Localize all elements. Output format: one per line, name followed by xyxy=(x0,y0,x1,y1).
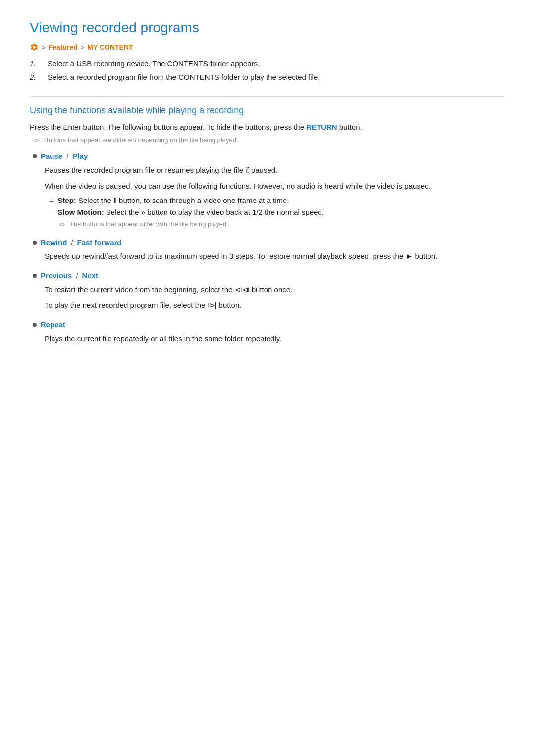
section-title: Using the functions available while play… xyxy=(30,96,505,116)
list-item-rewind-ff: Rewind / Fast forward Speeds up rewind/f… xyxy=(30,238,505,262)
repeat-header: Repeat xyxy=(30,320,505,329)
step-2-num: 2. xyxy=(30,73,42,81)
sub-note-text: The buttons that appear differ with the … xyxy=(70,220,228,228)
pause-play-desc1: Pauses the recorded program file or resu… xyxy=(45,164,505,176)
breadcrumb-mycontent[interactable]: MY CONTENT xyxy=(87,43,133,51)
sub-item-step-content: Step: Select the Ⅱ button, to scan throu… xyxy=(57,196,289,205)
play-link: Play xyxy=(72,152,88,160)
bullet-dot2 xyxy=(33,241,37,245)
rewind-link: Rewind xyxy=(41,238,67,247)
pause-link: Pause xyxy=(41,152,62,160)
step-2: 2. Select a recorded program file from t… xyxy=(30,73,505,81)
breadcrumb-featured[interactable]: Featured xyxy=(49,43,78,51)
step-text: Select the Ⅱ button, to scan through a v… xyxy=(78,196,289,204)
previous-desc: To restart the current video from the be… xyxy=(45,284,505,296)
pencil-icon: ✏ xyxy=(34,136,40,145)
dash1: – xyxy=(50,196,54,204)
sub-note-pause-play: ✏ The buttons that appear differ with th… xyxy=(59,220,505,229)
bullet-list: Pause / Play Pauses the recorded program… xyxy=(30,152,505,345)
slowmotion-text: Select the » button to play the video ba… xyxy=(106,208,324,216)
pause-play-header: Pause / Play xyxy=(30,152,505,160)
list-item-pause-play: Pause / Play Pauses the recorded program… xyxy=(30,152,505,229)
step-1-text: Select a USB recording device. The CONTE… xyxy=(48,59,260,68)
bullet-dot xyxy=(33,154,37,158)
dash2: – xyxy=(50,208,54,216)
list-item-prev-next: Previous / Next To restart the current v… xyxy=(30,271,505,311)
breadcrumb: > Featured > MY CONTENT xyxy=(30,43,505,51)
slowmotion-label: Slow Motion: xyxy=(57,208,104,216)
pause-play-sublist: – Step: Select the Ⅱ button, to scan thr… xyxy=(50,196,505,216)
rewind-ff-sep: / xyxy=(71,238,73,247)
note1: ✏ Buttons that appear are different depe… xyxy=(34,136,505,145)
prev-next-sep: / xyxy=(76,271,78,280)
bullet-dot3 xyxy=(33,274,37,278)
step-1: 1. Select a USB recording device. The CO… xyxy=(30,59,505,68)
sub-item-slowmotion: – Slow Motion: Select the » button to pl… xyxy=(50,208,505,216)
page-title: Viewing recorded programs xyxy=(30,20,505,36)
next-link: Next xyxy=(82,271,99,280)
previous-link: Previous xyxy=(41,271,72,280)
repeat-link: Repeat xyxy=(41,320,65,329)
steps-list: 1. Select a USB recording device. The CO… xyxy=(30,59,505,81)
step-2-text: Select a recorded program file from the … xyxy=(48,73,320,81)
next-desc: To play the next recorded program file, … xyxy=(45,300,505,311)
pencil-icon2: ✏ xyxy=(59,220,66,229)
return-highlight: RETURN xyxy=(306,123,337,131)
rewind-ff-header: Rewind / Fast forward xyxy=(30,238,505,247)
step-label: Step: xyxy=(57,196,76,204)
press-enter-before: Press the Enter button. The following bu… xyxy=(30,123,306,131)
note1-text: Buttons that appear are different depend… xyxy=(44,136,238,144)
sub-item-step: – Step: Select the Ⅱ button, to scan thr… xyxy=(50,196,505,205)
pause-play-sep: / xyxy=(66,152,68,160)
pause-play-desc2: When the video is paused, you can use th… xyxy=(45,180,505,192)
breadcrumb-chevron2: > xyxy=(81,44,85,51)
rewind-ff-desc: Speeds up rewind/fast forward to its max… xyxy=(45,251,505,262)
press-enter-text: Press the Enter button. The following bu… xyxy=(30,123,505,131)
list-item-repeat: Repeat Plays the current file repeatedly… xyxy=(30,320,505,345)
bullet-dot4 xyxy=(33,323,37,327)
fastforward-link: Fast forward xyxy=(77,238,122,247)
sub-item-slowmotion-content: Slow Motion: Select the » button to play… xyxy=(57,208,324,216)
breadcrumb-chevron1: > xyxy=(42,44,46,51)
step-1-num: 1. xyxy=(30,59,42,68)
settings-icon xyxy=(30,43,39,51)
repeat-desc: Plays the current file repeatedly or all… xyxy=(45,333,505,345)
press-enter-after: button. xyxy=(337,123,362,131)
prev-next-header: Previous / Next xyxy=(30,271,505,280)
